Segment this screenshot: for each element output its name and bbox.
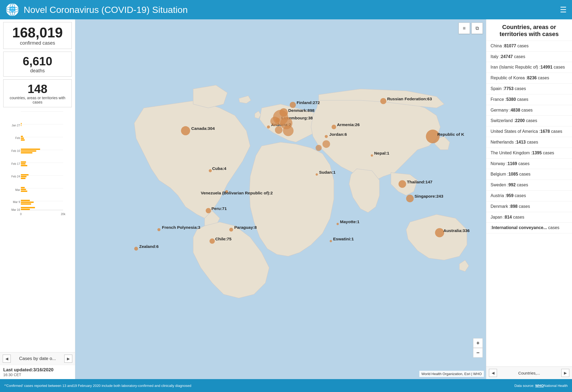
last-updated: Last updated:3/16/2020 16:30 CET — [0, 365, 75, 379]
list-item: China :81077 cases — [486, 41, 572, 52]
case-count: 7753 — [504, 86, 514, 91]
deaths-label: deaths — [7, 68, 68, 74]
case-count: 959 — [506, 193, 514, 198]
cases-label: cases — [526, 140, 538, 144]
svg-point-100 — [323, 140, 330, 148]
last-updated-label: Last updated:3/16/2020 — [3, 367, 72, 373]
svg-rect-43 — [21, 204, 31, 205]
list-item: Japan :814 cases — [486, 212, 572, 223]
svg-point-55 — [267, 126, 270, 129]
svg-text:Eswatini:1: Eswatini:1 — [333, 237, 354, 241]
list-item: Norway :1169 cases — [486, 159, 572, 169]
cases-label: cases — [518, 204, 530, 209]
zoom-out-button[interactable]: − — [473, 348, 483, 358]
cases-label: cases — [547, 225, 559, 230]
country-list[interactable]: China :81077 casesItaly :24747 casesIran… — [486, 41, 572, 366]
list-item: France :5380 cases — [486, 94, 572, 105]
svg-text:French Polynesia:3: French Polynesia:3 — [162, 225, 201, 230]
svg-rect-24 — [21, 123, 22, 124]
case-count: 992 — [509, 183, 516, 187]
case-count: 81077 — [504, 44, 516, 48]
list-item: Germany :4838 cases — [486, 105, 572, 116]
list-item: Iran (Islamic Republic of) :14991 cases — [486, 62, 572, 73]
country-name: Sweden : — [491, 183, 509, 187]
cases-label: cases — [552, 65, 565, 69]
svg-text:Russian Federation:63: Russian Federation:63 — [387, 97, 432, 101]
svg-point-61 — [380, 98, 387, 104]
case-count: International conveyance... — [492, 225, 547, 230]
layers-button[interactable]: ⧉ — [471, 23, 483, 34]
list-view-button[interactable]: ≡ — [459, 23, 470, 34]
list-icon: ≡ — [463, 26, 466, 31]
case-count: 814 — [505, 215, 512, 219]
svg-point-77 — [134, 247, 138, 251]
svg-text:0: 0 — [20, 213, 22, 216]
chart-navigation: ◀ Cases by date o... ▶ — [0, 352, 75, 365]
zoom-in-button[interactable]: + — [473, 338, 483, 348]
list-item: Republic of Korea :8236 cases — [486, 73, 572, 84]
svg-point-83 — [316, 173, 318, 176]
svg-rect-25 — [21, 125, 22, 126]
list-item: Austria :959 cases — [486, 191, 572, 201]
svg-rect-27 — [21, 138, 24, 139]
countries-next-button[interactable]: ▶ — [561, 369, 569, 377]
map-toolbar: ≡ ⧉ — [459, 23, 483, 34]
countries-label: countries, areas or territories with cas… — [7, 96, 68, 104]
svg-point-65 — [209, 169, 212, 172]
cases-label: cases — [517, 161, 530, 166]
cases-label: cases — [516, 44, 528, 48]
list-item: Belgium :1085 cases — [486, 169, 572, 180]
un-logo-icon: 🌐 — [5, 3, 19, 17]
svg-rect-30 — [21, 150, 36, 152]
chart-next-button[interactable]: ▶ — [64, 355, 72, 363]
case-count: 898 — [510, 204, 518, 209]
svg-rect-26 — [21, 136, 23, 137]
country-name: France : — [491, 97, 506, 102]
svg-text:Republic of K: Republic of K — [437, 132, 464, 137]
svg-point-98 — [283, 126, 294, 136]
country-name: Spain : — [491, 86, 504, 91]
list-item: The United Kingdom :1395 cases — [486, 148, 572, 159]
svg-point-101 — [316, 145, 322, 151]
svg-rect-37 — [21, 178, 26, 179]
case-count: 1395 — [532, 151, 542, 155]
case-count: 2200 — [515, 118, 525, 123]
svg-point-75 — [158, 228, 160, 231]
left-panel: 168,019 confirmed cases 6,610 deaths 148… — [0, 19, 75, 379]
countries-prev-button[interactable]: ◀ — [489, 369, 497, 377]
case-count: 8236 — [527, 76, 537, 80]
svg-text:Feb 10: Feb 10 — [11, 149, 20, 152]
map-attribution: World Health Organization, Esri | WHO — [419, 371, 484, 377]
cases-label: cases — [542, 151, 554, 155]
svg-text:Venezuela (Bolivarian Republic: Venezuela (Bolivarian Republic of):2 — [201, 191, 273, 195]
svg-rect-38 — [21, 187, 25, 188]
svg-text:Feb 24: Feb 24 — [11, 175, 20, 178]
svg-text:Mar: Mar — [15, 188, 20, 191]
country-name: Netherlands : — [491, 140, 516, 144]
map-area[interactable]: ≡ ⧉ — [75, 19, 486, 379]
svg-rect-44 — [21, 207, 35, 208]
bottom-source-suffix: National Health — [544, 384, 568, 388]
bottom-source-prefix: Data source: — [514, 384, 534, 388]
svg-rect-29 — [21, 149, 40, 150]
cases-chart: Mar 16 Mar 9 Mar Feb 24 Feb 17 Feb 10 Fe… — [0, 107, 75, 352]
hamburger-icon[interactable]: ☰ — [560, 5, 567, 14]
svg-rect-28 — [21, 140, 25, 141]
cases-label: cases — [512, 215, 524, 219]
svg-text:Cuba:4: Cuba:4 — [212, 166, 226, 171]
svg-text:Nepal:1: Nepal:1 — [374, 151, 389, 155]
cases-label: cases — [516, 183, 528, 187]
cases-label: cases — [513, 54, 525, 59]
svg-text:Chile:75: Chile:75 — [215, 237, 232, 241]
country-name: Japan : — [491, 215, 505, 219]
who-link[interactable]: WHO — [535, 384, 544, 388]
countries-box: 148 countries, areas or territories with… — [3, 79, 72, 107]
cases-label: cases — [525, 118, 537, 123]
svg-text:Feb 17: Feb 17 — [11, 162, 20, 165]
svg-rect-45 — [21, 209, 30, 210]
svg-text:Canada:304: Canada:304 — [191, 126, 215, 131]
right-panel: Countries, areas or territories with cas… — [486, 19, 572, 379]
case-count: 1169 — [507, 161, 517, 166]
svg-text:Jan 27: Jan 27 — [12, 124, 20, 127]
chart-prev-button[interactable]: ◀ — [3, 355, 11, 363]
